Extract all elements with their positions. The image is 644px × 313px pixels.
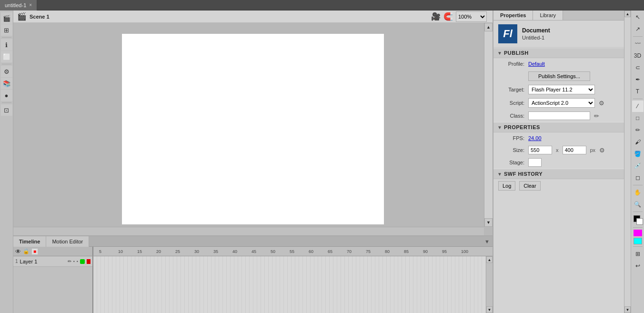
profile-label: Profile: <box>498 61 524 67</box>
text-tool-btn[interactable]: T <box>632 86 644 97</box>
layer-dot2: • <box>77 259 78 264</box>
script-row: Script: ActionScript 2.0 ActionScript 3.… <box>493 96 631 110</box>
properties-section-header[interactable]: ▼ PROPERTIES <box>493 122 631 132</box>
panel-scroll-track <box>624 17 631 306</box>
frames-area[interactable]: ▲ ▼ <box>93 256 493 313</box>
zoom-select[interactable]: 100% 25% 50% 75% 150% 200% <box>456 11 487 22</box>
layer-name[interactable]: Layer 1 <box>20 259 66 264</box>
stage-canvas[interactable] <box>122 34 384 224</box>
stage-color-row: Stage: <box>493 156 631 169</box>
tab-title: untitled-1 <box>5 2 26 8</box>
timeline-tabs: Timeline Motion Editor ▼ <box>13 236 493 247</box>
panel-scroll-up[interactable]: ▲ <box>624 10 631 17</box>
tab-library[interactable]: Library <box>533 10 563 20</box>
frames-vscrollbar[interactable]: ▲ ▼ <box>486 256 493 313</box>
doc-name: Untitled-1 <box>522 35 550 40</box>
tool-info-btn[interactable]: ℹ <box>1 39 12 50</box>
script-select[interactable]: ActionScript 2.0 ActionScript 3.0 Action… <box>528 98 595 108</box>
tool-grid-btn[interactable]: ⊞ <box>1 24 12 36</box>
camera-icon-btn[interactable]: 🎥 <box>431 12 441 21</box>
size-settings-icon[interactable]: ⚙ <box>599 147 605 154</box>
scroll-vtrack[interactable] <box>484 31 493 218</box>
hand-tool-btn[interactable]: ✋ <box>632 187 644 198</box>
pencil-tool-btn[interactable]: ✏ <box>632 124 644 136</box>
snap-align-btn[interactable]: ⊞ <box>632 248 644 260</box>
rect-tool-btn[interactable]: □ <box>632 112 644 124</box>
eraser-btn[interactable]: ◻ <box>632 172 644 183</box>
scene-icon: 🎬 <box>17 12 27 21</box>
stage-color-picker[interactable] <box>528 158 542 167</box>
arrow-tool-btn[interactable]: ↖ <box>632 11 644 23</box>
scroll-up-btn[interactable]: ▲ <box>484 23 493 31</box>
timeline-content: 1 Layer 1 ✏ • • ▲ <box>13 256 493 313</box>
lock-icon: 🔒 <box>23 248 30 254</box>
lasso-tool-btn[interactable]: ⊂ <box>632 62 644 73</box>
frames-scroll-down[interactable]: ▼ <box>486 306 493 313</box>
publish-section-header[interactable]: ▼ PUBLISH <box>493 48 631 58</box>
freeform-tool-btn[interactable]: 〰 <box>632 38 644 50</box>
document-tab[interactable]: untitled-1 × <box>0 0 37 10</box>
class-edit-icon[interactable]: ✏ <box>594 112 599 120</box>
layer-keyframe-red <box>87 259 91 264</box>
tool-align-btn[interactable]: ⊡ <box>1 104 12 116</box>
zoom-tool-btn[interactable]: 🔍 <box>632 199 644 210</box>
frames-scroll-up[interactable]: ▲ <box>486 256 493 263</box>
tab-close-btn[interactable]: × <box>29 2 32 8</box>
script-settings-icon[interactable]: ⚙ <box>599 100 604 107</box>
tab-timeline[interactable]: Timeline <box>13 236 46 247</box>
tool-components-btn[interactable]: ⚙ <box>1 66 12 77</box>
tab-properties[interactable]: Properties <box>493 10 533 20</box>
tool-circle-btn[interactable]: ● <box>1 90 12 101</box>
line-tool-btn[interactable]: ⁄ <box>632 101 644 112</box>
subselect-tool-btn[interactable]: ↗ <box>632 23 644 35</box>
tool-scene-btn[interactable]: 🎬 <box>1 12 12 24</box>
publish-settings-btn[interactable]: Publish Settings... <box>528 71 590 81</box>
profile-value[interactable]: Default <box>528 61 545 67</box>
swf-arrow: ▼ <box>497 172 502 177</box>
layer-number: 1 <box>15 259 18 264</box>
panel-scroll[interactable]: Fl Document Untitled-1 ▼ PUBLISH Profile… <box>493 20 631 313</box>
magenta-swatch[interactable] <box>634 230 642 236</box>
fill-color-btn[interactable] <box>636 218 643 225</box>
doc-header: Fl Document Untitled-1 <box>493 20 631 48</box>
panel-vscrollbar[interactable]: ▲ ▼ <box>624 10 631 313</box>
doc-type: Document <box>522 27 550 34</box>
timeline-ruler: 5 10 15 20 25 30 35 40 45 50 55 60 <box>93 247 493 256</box>
size-px-label: px <box>590 147 596 153</box>
scene-label: Scene 1 <box>30 14 50 20</box>
layer-edit-icon: ✏ <box>68 259 71 264</box>
log-btn[interactable]: Log <box>498 181 515 191</box>
target-row: Target: Flash Player 11.2 Flash Player 1… <box>493 83 631 96</box>
pen-tool-btn[interactable]: ✒ <box>632 74 644 85</box>
stage-vscrollbar[interactable]: ▲ ▼ <box>484 23 493 227</box>
tab-motion-editor[interactable]: Motion Editor <box>46 236 89 247</box>
paint-bucket-btn[interactable]: 🪣 <box>632 148 644 160</box>
stage-hscrollbar[interactable] <box>13 227 484 235</box>
class-row: Class: ✏ <box>493 110 631 122</box>
publish-arrow: ▼ <box>497 50 502 56</box>
snap-icon-btn[interactable]: 🧲 <box>443 12 453 21</box>
fl-icon: Fl <box>498 24 517 43</box>
size-width-input[interactable] <box>528 146 552 154</box>
timeline-collapse-btn[interactable]: ▼ <box>482 239 493 244</box>
brush-tool-btn[interactable]: 🖌 <box>632 136 644 148</box>
size-height-input[interactable] <box>563 146 586 154</box>
undo-btn[interactable]: ↩ <box>632 260 644 272</box>
tool-transform-btn[interactable]: ⬜ <box>1 51 12 62</box>
layer-row[interactable]: 1 Layer 1 ✏ • • <box>13 256 92 267</box>
cyan-swatch[interactable] <box>634 238 642 244</box>
class-input[interactable] <box>528 111 590 120</box>
layer-color-green <box>80 259 85 264</box>
clear-btn[interactable]: Clear <box>519 181 540 191</box>
stroke-fill-colors <box>633 214 643 225</box>
properties-section-title: PROPERTIES <box>504 124 540 130</box>
scroll-down-btn[interactable]: ▼ <box>484 218 493 227</box>
stage-label: Stage: <box>498 160 524 165</box>
fps-value[interactable]: 24.00 <box>528 135 542 141</box>
eyedropper-btn[interactable]: 💉 <box>632 160 644 172</box>
target-select[interactable]: Flash Player 11.2 Flash Player 10 Flash … <box>528 85 595 94</box>
3d-tool-btn[interactable]: 3D <box>632 50 644 61</box>
panel-scroll-down[interactable]: ▼ <box>624 306 631 313</box>
swf-history-header[interactable]: ▼ SWF HISTORY <box>493 169 631 179</box>
tool-library-btn[interactable]: 📚 <box>1 78 12 89</box>
